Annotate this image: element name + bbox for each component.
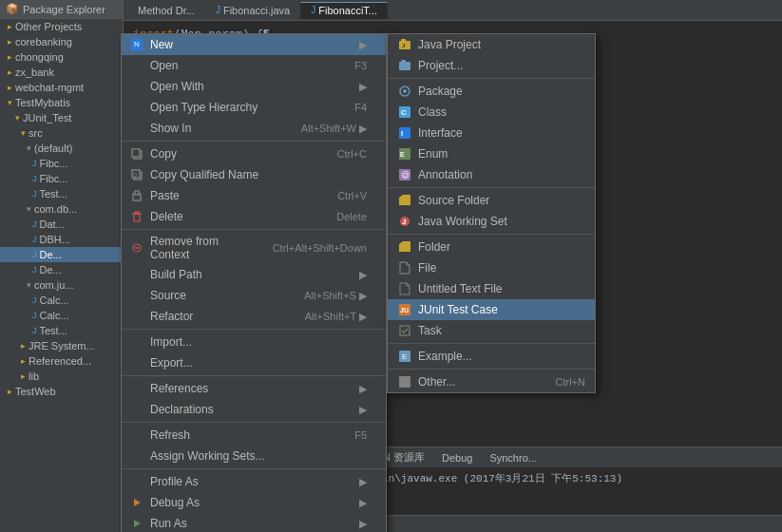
delete-icon [129,209,144,224]
menu-item-run-as[interactable]: Run As ▶ [122,513,386,532]
menu-item-label: Open With [150,80,204,93]
submenu-item-other[interactable]: Other... Ctrl+N [388,371,595,392]
submenu-separator [388,234,595,235]
menu-separator [122,329,386,330]
submenu-item-label: Package [418,85,585,98]
annotation-icon: @ [397,167,412,182]
svg-text:JU: JU [400,307,409,314]
menu-item-delete[interactable]: Delete Delete [122,206,386,227]
source-icon [129,288,144,303]
menu-item-export[interactable]: Export... [122,352,386,373]
menu-item-profile-as[interactable]: Profile As ▶ [122,471,386,492]
menu-item-assign-working-sets[interactable]: Assign Working Sets... [122,446,386,466]
menu-item-references[interactable]: References ▶ [122,378,386,399]
menu-item-remove-from-context[interactable]: Remove from Context Ctrl+Alt+Shift+Down [122,232,386,264]
submenu-item-source-folder[interactable]: Source Folder [388,190,595,211]
submenu-item-example[interactable]: E Example... [388,346,595,367]
menu-item-label: Paste [150,189,180,202]
submenu-item-task[interactable]: Task [388,320,595,341]
svg-text:Q: Q [133,172,137,178]
refresh-icon [129,428,144,443]
shortcut-label: Alt+Shift+S ▶ [304,290,367,302]
svg-text:J: J [402,43,405,48]
other-icon [397,374,412,390]
submenu-item-label: Class [418,105,585,119]
menu-item-label: Open Type Hierarchy [150,101,257,114]
submenu-item-project[interactable]: Project... [388,55,595,76]
menu-item-label: Run As [150,517,187,530]
menu-item-label: Delete [150,210,183,223]
submenu-item-untitled-text-file[interactable]: Untitled Text File [388,278,595,299]
submenu-item-annotation[interactable]: @ Annotation [388,164,595,185]
submenu-item-junit-test-case[interactable]: JU JUnit Test Case [388,299,595,320]
shortcut-label: Ctrl+C [337,148,367,160]
submenu-item-folder[interactable]: Folder [388,237,595,257]
shortcut-label: Alt+Shift+T ▶ [305,311,367,323]
open-type-icon [129,100,144,115]
menu-item-copy-qualified[interactable]: Q Copy Qualified Name [122,164,386,185]
submenu-item-java-project[interactable]: J Java Project [388,34,595,55]
svg-marker-12 [134,499,141,506]
submenu-item-file[interactable]: File [388,257,595,278]
menu-item-debug-as[interactable]: Debug As ▶ [122,492,386,513]
svg-rect-6 [135,191,139,195]
menu-item-label: Refactor [150,310,193,323]
submenu-item-label: JUnit Test Case [418,303,585,316]
submenu-item-java-working-set[interactable]: J Java Working Set [388,211,595,232]
menu-item-import[interactable]: Import... [122,332,386,352]
copy-qualified-icon: Q [129,167,144,182]
submenu-item-class[interactable]: C Class [388,102,595,123]
java-working-set-icon: J [397,214,412,229]
task-icon [397,323,412,338]
submenu-item-label: Folder [418,240,585,254]
menu-item-paste[interactable]: Paste Ctrl+V [122,185,386,206]
menu-item-refactor[interactable]: Refactor Alt+Shift+T ▶ [122,306,386,327]
new-icon: N [129,37,144,52]
package-icon [397,84,412,99]
menu-item-show-in[interactable]: Show In Alt+Shift+W ▶ [122,118,386,139]
references-icon [129,381,144,396]
menu-item-label: Profile As [150,475,199,488]
untitled-text-file-icon [397,281,412,296]
svg-text:I: I [401,129,403,138]
example-icon: E [397,349,412,364]
debug-icon [129,495,144,510]
submenu-arrow-icon: ▶ [359,383,367,395]
svg-rect-18 [401,60,406,63]
submenu-item-label: Java Working Set [418,215,585,228]
submenu-item-package[interactable]: Package [388,81,595,102]
menu-item-declarations[interactable]: Declarations ▶ [122,399,386,420]
menu-item-open[interactable]: Open F3 [122,55,386,76]
enum-icon: E [397,146,412,162]
menu-item-label: New [150,38,173,51]
submenu-item-label: Annotation [418,168,585,181]
menu-item-build-path[interactable]: Build Path ▶ [122,264,386,285]
menu-item-open-type-hierarchy[interactable]: Open Type Hierarchy F4 [122,97,386,118]
submenu-item-label: File [418,261,585,275]
source-folder-icon [397,193,412,208]
menu-separator [122,141,386,142]
menu-item-open-with[interactable]: Open With ▶ [122,76,386,97]
menu-separator [122,375,386,376]
submenu-item-label: Project... [418,59,585,72]
menu-item-source[interactable]: Source Alt+Shift+S ▶ [122,285,386,306]
file-icon [397,260,412,276]
menu-item-label: Copy [150,147,177,161]
menu-item-refresh[interactable]: Refresh F5 [122,425,386,446]
menu-item-new[interactable]: N New ▶ [122,34,386,55]
submenu-item-enum[interactable]: E Enum [388,143,595,164]
submenu-arrow-icon: ▶ [359,269,367,281]
submenu-item-interface[interactable]: I Interface [388,123,595,143]
svg-rect-1 [132,149,140,157]
declarations-icon [129,402,144,417]
menu-item-label: Debug As [150,496,200,509]
svg-rect-36 [399,376,410,388]
assign-icon [129,448,144,464]
submenu-arrow-icon: ▶ [359,497,367,509]
folder-icon [397,239,412,255]
profile-icon [129,474,144,489]
submenu-arrow-icon: ▶ [359,476,367,488]
open-icon [129,58,144,73]
submenu-item-label: Other... [418,375,550,389]
menu-item-copy[interactable]: Copy Ctrl+C [122,143,386,164]
